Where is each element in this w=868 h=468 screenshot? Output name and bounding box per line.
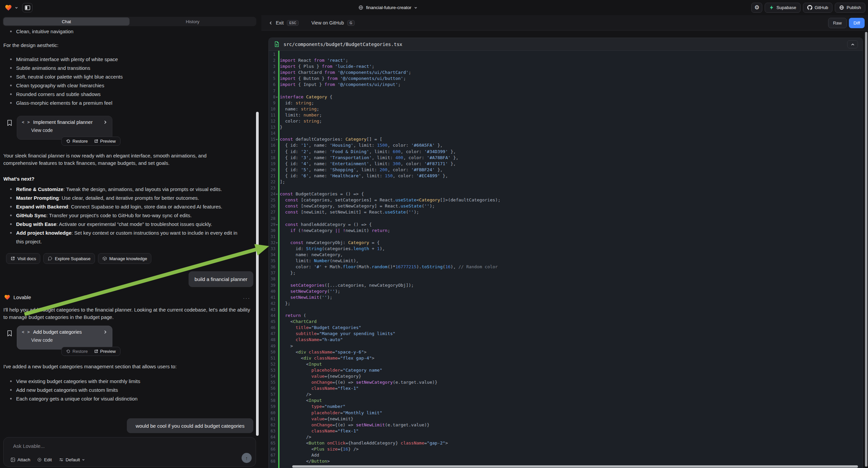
line-number: 11 [269, 112, 276, 118]
preview-button[interactable]: Preview [91, 137, 119, 145]
github-label: GitHub [815, 5, 828, 10]
chat-history-tabs: Chat History [3, 17, 256, 26]
diff-toggle-button[interactable]: Diff [849, 18, 865, 28]
code-line: 13} [269, 124, 863, 130]
line-number: 30 [269, 228, 276, 234]
line-number: 9 [269, 100, 276, 106]
exit-button[interactable]: Exit [276, 20, 283, 26]
restore-button[interactable]: Restore [63, 137, 91, 145]
external-link-icon [10, 256, 15, 261]
attach-button[interactable]: Attach [10, 457, 30, 462]
github-button[interactable]: GitHub [803, 3, 832, 13]
user-message-1: build a financial planner [189, 271, 253, 287]
chat-input[interactable]: Ask Lovable... [13, 443, 44, 449]
line-number: 3 [269, 63, 276, 69]
line-number: 39 [269, 282, 276, 288]
fold-chevron-icon[interactable] [276, 97, 278, 98]
line-number: 19 [269, 161, 276, 167]
preview-button[interactable]: Preview [91, 347, 119, 355]
fold-chevron-icon[interactable] [276, 194, 278, 195]
list-item: Clean, intuitive navigation [3, 27, 256, 36]
code-panel: Exit ESC View on GitHub G Raw Diff src/c… [261, 15, 868, 468]
code-vertical-scrollbar[interactable] [865, 32, 867, 467]
line-number: 33 [269, 246, 276, 252]
line-number: 55 [269, 379, 276, 385]
chat-scrollbar[interactable] [256, 112, 259, 436]
tab-history[interactable]: History [129, 18, 256, 26]
assistant-name: Lovable [13, 294, 31, 300]
line-number: 24 [269, 191, 276, 197]
code-line: 41 setNewLimit(''); [269, 294, 863, 300]
list-item: Debug with Ease: Activate our experiment… [3, 220, 242, 229]
version-card-title: Implement financial planner [33, 119, 100, 125]
tab-chat[interactable]: Chat [3, 18, 129, 26]
collapse-file-button[interactable] [847, 40, 858, 48]
mode-select[interactable]: Default [59, 457, 85, 462]
github-icon [807, 5, 812, 10]
visit-docs-button[interactable]: Visit docs [6, 253, 40, 264]
chevron-down-icon[interactable] [15, 6, 18, 9]
code-line: 31 [269, 234, 863, 240]
version-card-add-budget-categories[interactable]: < > Add budget categories View code [17, 326, 113, 350]
publish-globe-icon [839, 5, 844, 10]
file-path-bar[interactable]: src/components/budget/BudgetCategories.t… [269, 38, 863, 51]
line-number: 67 [269, 452, 276, 458]
view-code-link[interactable]: View code [31, 338, 107, 343]
supabase-button[interactable]: Supabase [765, 3, 801, 13]
line-number: 36 [269, 264, 276, 270]
version-card-implement-financial-planner[interactable]: < > Implement financial planner View cod… [17, 116, 113, 140]
line-number: 8 [269, 94, 276, 100]
publish-button[interactable]: Publish [835, 3, 865, 13]
code-line: 39 setCategories([...categories, newCate… [269, 282, 863, 288]
fold-chevron-icon[interactable] [276, 224, 278, 226]
manage-knowledge-button[interactable]: Manage knowledge [98, 253, 152, 264]
view-on-github-button[interactable]: View on GitHub [311, 20, 344, 26]
line-number: 53 [269, 367, 276, 373]
code-line: 10 name: string; [269, 106, 863, 112]
lovable-heart-logo[interactable] [5, 4, 12, 11]
sidebar-toggle-button[interactable] [22, 3, 33, 12]
line-number: 23 [269, 185, 276, 191]
fold-chevron-icon[interactable] [276, 242, 278, 244]
view-code-link[interactable]: View code [31, 127, 107, 133]
list-item: Soft, neutral color palette with light b… [3, 72, 256, 81]
send-button[interactable]: ↑ [242, 453, 252, 463]
line-number: 5 [269, 76, 276, 82]
edit-button[interactable]: Edit [37, 457, 52, 462]
package-icon [102, 256, 107, 261]
restore-button[interactable]: Restore [63, 347, 91, 355]
code-line: 40 setNewCategory(''); [269, 288, 863, 294]
code-editor[interactable]: 12import React from 'react';3import { Pl… [269, 51, 863, 468]
supabase-bolt-icon [769, 5, 774, 10]
explore-supabase-button[interactable]: Explore Supabase [43, 253, 95, 264]
list-item: Clean typography with clear hierarchies [3, 81, 256, 90]
assistant-paragraph-2: I'll help you add budget categories to t… [3, 306, 254, 321]
code-line: 23 [269, 185, 863, 191]
app-root: financial-future-creator ⚙ Supabase GitH… [0, 0, 868, 468]
code-line: 24const BudgetCategories = () => { [269, 191, 863, 197]
list-item: Master Prompting: Use clear, detailed, a… [3, 194, 242, 202]
list-item: Expand with Backend: Connect Supabase to… [3, 202, 242, 211]
code-horizontal-scrollbar[interactable] [292, 465, 858, 468]
bookmark-icon[interactable] [7, 330, 12, 337]
fold-chevron-icon[interactable] [276, 139, 278, 140]
line-number: 7 [269, 88, 276, 94]
version-actions: Restore Preview [61, 347, 120, 356]
bookmark-icon[interactable] [7, 119, 12, 126]
settings-button[interactable]: ⚙ [751, 3, 762, 13]
assistant-paragraph-3: I've added a new budget categories manag… [3, 363, 254, 370]
code-line: 25 const [categories, setCategories] = R… [269, 197, 863, 203]
message-menu-button[interactable]: ··· [243, 295, 250, 301]
raw-toggle-button[interactable]: Raw [828, 18, 847, 28]
g-key-badge: G [347, 20, 355, 26]
code-line: 62 onChange={(e) => setNewLimit(e.target… [269, 422, 863, 428]
file-path: src/components/budget/BudgetCategories.t… [283, 41, 402, 47]
user-message-2: would be cool if you could add budget ca… [127, 418, 253, 433]
chat-input-box[interactable]: Ask Lovable... Attach Edit Default ↑ [3, 437, 256, 467]
project-switcher[interactable]: financial-future-creator [358, 0, 417, 15]
line-number: 37 [269, 270, 276, 276]
code-line: 68 </Button> [269, 458, 863, 464]
project-title: financial-future-creator [366, 5, 411, 10]
code-line: 61 value={newLimit} [269, 416, 863, 422]
file-added-icon [275, 41, 279, 47]
